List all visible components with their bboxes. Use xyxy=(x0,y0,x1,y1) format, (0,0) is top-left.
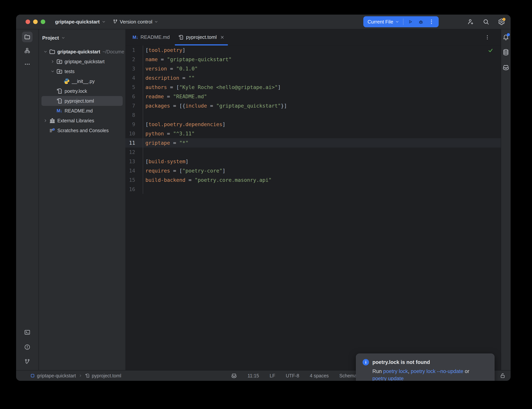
markdown-icon: M↓ xyxy=(56,108,63,114)
tree-item-griptape-quickstart-pkg[interactable]: griptape_quickstart xyxy=(41,57,123,66)
line-number: 4 xyxy=(125,73,143,83)
toml-icon: [T] xyxy=(85,373,90,378)
status-item[interactable]: LF xyxy=(270,373,275,379)
vcs-label: Version control xyxy=(120,19,152,25)
breadcrumb-griptape-quickstart[interactable]: griptape-quickstart xyxy=(30,373,76,379)
project-panel-header[interactable]: Project xyxy=(39,29,125,46)
run-configuration-selector[interactable]: Current File xyxy=(367,19,399,25)
debug-icon[interactable] xyxy=(418,19,424,25)
tab-options-icon[interactable] xyxy=(485,35,490,40)
code-line-3[interactable]: 3version = "0.1.0" xyxy=(125,64,501,73)
svg-text:[T]: [T] xyxy=(179,37,183,39)
tree-item-scratches-consoles[interactable]: Scratches and Consoles xyxy=(41,126,123,135)
git-branch-icon xyxy=(24,359,30,365)
run-widget-divider xyxy=(403,19,404,25)
tree-item-poetry-lock[interactable]: [T]poetry.lock xyxy=(41,86,123,96)
left-tool-strip xyxy=(16,29,39,370)
code-line-14[interactable]: 14requires = ["poetry-core"] xyxy=(125,166,501,175)
structure-tool-button[interactable] xyxy=(22,45,33,56)
database-icon[interactable] xyxy=(502,49,509,56)
project-tool-button[interactable] xyxy=(22,32,33,42)
notifications-bell-icon[interactable] xyxy=(502,34,509,41)
tab-pyproject[interactable]: [T]pyproject.toml xyxy=(174,29,229,45)
code-line-2[interactable]: 2name = "griptape-quickstart" xyxy=(125,55,501,64)
code-line-8[interactable]: 8 xyxy=(125,110,501,120)
code-line-15[interactable]: 15build-backend = "poetry.core.masonry.a… xyxy=(125,175,501,185)
breadcrumb-pyproject.toml[interactable]: [T]pyproject.toml xyxy=(85,373,121,379)
notification-message: Run poetry lock, poetry lock --no-update… xyxy=(372,368,488,381)
tab-readme[interactable]: M↓README.md xyxy=(128,29,174,45)
notification-link[interactable]: poetry lock xyxy=(383,369,408,374)
project-panel-title: Project xyxy=(42,35,59,41)
code-text: griptape = "*" xyxy=(143,138,189,148)
minimize-window-button[interactable] xyxy=(33,19,38,24)
code-line-9[interactable]: 9[tool.poetry.dependencies] xyxy=(125,120,501,129)
chevron-down-icon xyxy=(61,36,65,40)
problems-tool-button[interactable] xyxy=(22,342,33,352)
code-line-10[interactable]: 10python = "^3.11" xyxy=(125,129,501,138)
project-tree: griptape-quickstart~/Documegriptape_quic… xyxy=(39,46,125,135)
code-editor[interactable]: 1[tool.poetry]2name = "griptape-quicksta… xyxy=(125,46,501,370)
code-line-7[interactable]: 7packages = [{include = "griptape_quicks… xyxy=(125,101,501,110)
chevron-right-icon[interactable] xyxy=(42,117,49,124)
line-number: 10 xyxy=(125,129,143,138)
status-item[interactable]: 4 spaces xyxy=(310,373,329,379)
more-tool-windows-button[interactable] xyxy=(22,59,33,69)
ai-assistant-icon[interactable] xyxy=(502,64,509,71)
add-user-icon[interactable] xyxy=(467,18,474,25)
close-tab-icon[interactable] xyxy=(220,35,225,40)
code-line-16[interactable]: 16 xyxy=(125,185,501,194)
code-text xyxy=(143,110,145,120)
tree-item-init-py[interactable]: __init__.py xyxy=(41,76,123,86)
code-line-1[interactable]: 1[tool.poetry] xyxy=(125,46,501,55)
terminal-tool-button[interactable] xyxy=(22,327,33,338)
tree-item-readme-md[interactable]: M↓README.md xyxy=(41,106,123,116)
close-window-button[interactable] xyxy=(26,19,30,24)
breadcrumb-label: griptape-quickstart xyxy=(37,373,76,379)
line-number: 1 xyxy=(125,46,143,55)
more-actions-icon[interactable] xyxy=(428,19,434,25)
chevron-down-icon[interactable] xyxy=(42,48,49,55)
toml-icon: [T] xyxy=(56,98,63,104)
unlock-status-icon[interactable] xyxy=(500,373,506,379)
git-tool-button[interactable] xyxy=(22,357,33,367)
code-text: packages = [{include = "griptape_quickst… xyxy=(143,101,287,110)
status-item[interactable]: 11:15 xyxy=(248,373,259,379)
search-icon[interactable] xyxy=(483,18,489,25)
chevron-right-icon[interactable] xyxy=(49,58,56,65)
chevron-spacer xyxy=(42,127,49,134)
code-text: requires = ["poetry-core"] xyxy=(143,166,226,175)
chevron-down-icon xyxy=(102,20,106,24)
project-switcher[interactable]: griptape-quickstart xyxy=(55,19,106,25)
code-line-5[interactable]: 5authors = ["Kyle Roche <hello@griptape.… xyxy=(125,83,501,92)
chevron-spacer xyxy=(49,87,56,95)
line-number: 3 xyxy=(125,64,143,73)
header-icons xyxy=(467,18,511,25)
code-line-13[interactable]: 13[build-system] xyxy=(125,157,501,166)
tree-item-external-libraries[interactable]: External Libraries xyxy=(41,116,123,126)
notification-link[interactable]: poetry lock --no-update xyxy=(411,369,463,374)
svg-text:[T]: [T] xyxy=(86,375,90,377)
copilot-status-icon[interactable] xyxy=(231,373,237,379)
zoom-window-button[interactable] xyxy=(41,19,45,24)
vcs-widget[interactable]: Version control xyxy=(113,19,158,25)
library-icon xyxy=(49,117,55,124)
code-line-4[interactable]: 4description = "" xyxy=(125,73,501,83)
settings-badge xyxy=(503,18,505,21)
code-line-6[interactable]: 6readme = "README.md" xyxy=(125,92,501,101)
run-icon[interactable] xyxy=(407,19,413,25)
code-line-11[interactable]: 11griptape = "*" xyxy=(125,138,501,148)
tree-item-path-hint: ~/Docume xyxy=(102,49,124,55)
breadcrumbs: griptape-quickstart[T]pyproject.toml xyxy=(30,373,121,379)
chevron-down-icon[interactable] xyxy=(49,68,56,75)
inspections-ok-icon[interactable] xyxy=(488,48,493,53)
tree-item-root[interactable]: griptape-quickstart~/Docume xyxy=(41,47,123,57)
code-line-12[interactable]: 12 xyxy=(125,148,501,157)
tree-item-pyproject-toml[interactable]: [T]pyproject.toml xyxy=(41,96,123,106)
code-text: [tool.poetry] xyxy=(143,46,185,55)
status-item[interactable]: UTF-8 xyxy=(286,373,299,379)
line-number: 12 xyxy=(125,148,143,157)
tree-item-tests[interactable]: tests xyxy=(41,66,123,76)
notification-link[interactable]: poetry update xyxy=(372,376,404,381)
settings-gear-icon[interactable] xyxy=(498,18,505,25)
